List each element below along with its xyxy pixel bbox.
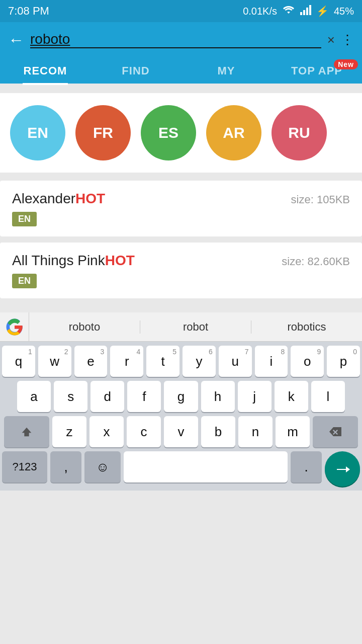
suggestion-robot[interactable]: robot — [140, 320, 251, 334]
keyboard: q1 w2 e3 r4 t5 y6 u7 i8 o9 p0 a s d f g … — [0, 342, 362, 491]
key-k[interactable]: k — [275, 381, 308, 412]
lang-ar[interactable]: AR — [206, 105, 261, 160]
tab-find[interactable]: FIND — [90, 57, 181, 84]
key-j[interactable]: j — [238, 381, 272, 412]
key-m[interactable]: m — [276, 416, 310, 447]
tab-bar: RECOM FIND MY TOP APP New — [0, 57, 362, 85]
num-sym-key[interactable]: ?123 — [2, 451, 47, 482]
key-e[interactable]: e3 — [74, 346, 108, 377]
key-h[interactable]: h — [201, 381, 235, 412]
key-d[interactable]: d — [90, 381, 124, 412]
spacebar-key[interactable] — [124, 451, 288, 482]
google-logo — [0, 312, 29, 342]
menu-button[interactable]: ⋮ — [341, 32, 354, 48]
lang-es[interactable]: ES — [141, 105, 196, 160]
key-b[interactable]: b — [201, 416, 235, 447]
font-item-allthingspink[interactable]: All Things PinkHOT size: 82.60KB EN — [0, 243, 362, 298]
enter-key[interactable] — [325, 451, 360, 487]
key-v[interactable]: v — [164, 416, 198, 447]
key-s[interactable]: s — [54, 381, 87, 412]
font-card-header: AlexanderHOT size: 105KB — [12, 191, 350, 207]
period-key[interactable]: . — [291, 451, 322, 482]
status-right: 0.01K/s ⚡ 45% — [243, 5, 354, 18]
lang-en[interactable]: EN — [10, 105, 65, 160]
key-x[interactable]: x — [89, 416, 124, 447]
shift-key[interactable] — [4, 416, 49, 447]
status-bar: 7:08 PM 0.01K/s ⚡ 45% — [0, 0, 362, 22]
comma-key[interactable]: , — [50, 451, 81, 482]
wifi-icon — [282, 5, 295, 18]
key-q[interactable]: q1 — [2, 346, 35, 377]
key-t[interactable]: t5 — [146, 346, 179, 377]
search-header: ← × ⋮ — [0, 22, 362, 57]
key-g[interactable]: g — [164, 381, 198, 412]
key-n[interactable]: n — [238, 416, 273, 447]
key-l[interactable]: l — [311, 381, 345, 412]
svg-rect-0 — [300, 12, 302, 15]
tab-recom[interactable]: RECOM — [0, 57, 90, 84]
key-row-2: a s d f g h j k l — [2, 381, 360, 412]
suggestion-robotics[interactable]: robotics — [251, 320, 362, 334]
search-input[interactable] — [30, 31, 321, 47]
key-u[interactable]: u7 — [219, 346, 252, 377]
font-title: All Things PinkHOT — [12, 253, 135, 269]
lang-ru[interactable]: RU — [272, 105, 327, 160]
key-row-1: q1 w2 e3 r4 t5 y6 u7 i8 o9 p0 — [2, 346, 360, 377]
emoji-key[interactable]: ☺ — [84, 451, 121, 482]
font-card-header: All Things PinkHOT size: 82.60KB — [12, 253, 350, 269]
key-w[interactable]: w2 — [38, 346, 71, 377]
tab-my[interactable]: MY — [181, 57, 272, 84]
key-o[interactable]: o9 — [291, 346, 324, 377]
lang-fr[interactable]: FR — [75, 105, 131, 160]
key-a[interactable]: a — [17, 381, 51, 412]
key-r[interactable]: r4 — [110, 346, 143, 377]
battery-level: 45% — [334, 6, 354, 17]
keyboard-suggestions: roboto robot robotics — [0, 312, 362, 342]
new-badge: New — [334, 59, 358, 69]
key-y[interactable]: y6 — [183, 346, 216, 377]
language-card: EN FR ES AR RU — [0, 93, 362, 173]
suggestion-roboto[interactable]: roboto — [29, 320, 140, 334]
font-size: size: 105KB — [291, 193, 350, 206]
key-row-3: z x c v b n m — [2, 416, 360, 447]
font-size: size: 82.60KB — [282, 255, 350, 268]
svg-rect-1 — [303, 10, 305, 15]
tab-topapp[interactable]: TOP APP New — [272, 57, 362, 84]
back-button[interactable]: ← — [8, 31, 24, 49]
svg-rect-3 — [309, 5, 311, 15]
key-i[interactable]: i8 — [255, 346, 288, 377]
font-title: AlexanderHOT — [12, 191, 105, 207]
key-c[interactable]: c — [127, 416, 161, 447]
language-circles: EN FR ES AR RU — [10, 105, 352, 160]
font-lang-badge: EN — [12, 274, 37, 288]
backspace-key[interactable] — [313, 416, 358, 447]
key-z[interactable]: z — [52, 416, 86, 447]
key-row-bottom: ?123 , ☺ . — [2, 451, 360, 487]
search-container[interactable] — [30, 31, 321, 48]
battery-icon: ⚡ — [316, 5, 329, 17]
key-p[interactable]: p0 — [327, 346, 360, 377]
signal-icon — [300, 5, 311, 18]
network-speed: 0.01K/s — [243, 6, 277, 17]
main-content: EN FR ES AR RU AlexanderHOT size: 105KB … — [0, 85, 362, 312]
key-f[interactable]: f — [127, 381, 161, 412]
font-item-alexander[interactable]: AlexanderHOT size: 105KB EN — [0, 181, 362, 236]
svg-rect-2 — [306, 8, 308, 15]
font-lang-badge: EN — [12, 212, 37, 226]
status-time: 7:08 PM — [8, 5, 49, 18]
clear-button[interactable]: × — [327, 32, 335, 48]
